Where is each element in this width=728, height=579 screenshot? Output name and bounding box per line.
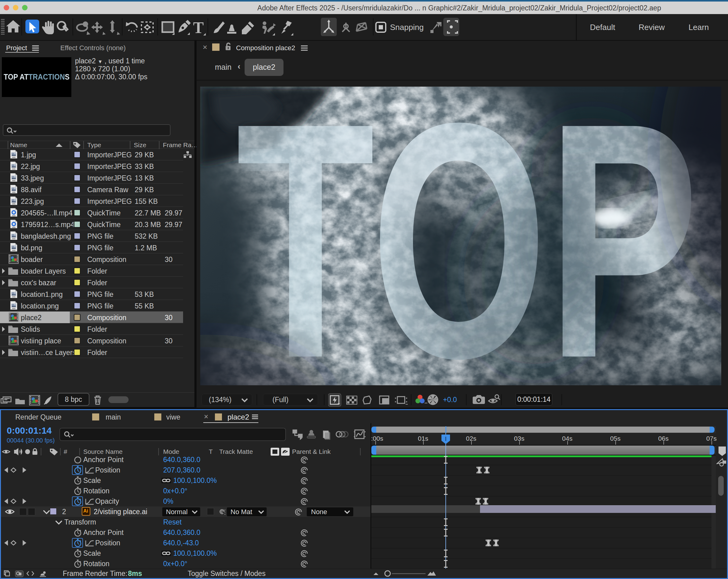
- svg-text:Track Matte: Track Matte: [219, 448, 253, 455]
- svg-text:#: #: [64, 448, 67, 455]
- svg-text:T: T: [193, 19, 204, 36]
- svg-text:Parent & Link: Parent & Link: [292, 448, 331, 455]
- svg-text:T: T: [209, 448, 213, 455]
- svg-text:Source Name: Source Name: [83, 448, 123, 455]
- svg-text:Mode: Mode: [163, 448, 179, 455]
